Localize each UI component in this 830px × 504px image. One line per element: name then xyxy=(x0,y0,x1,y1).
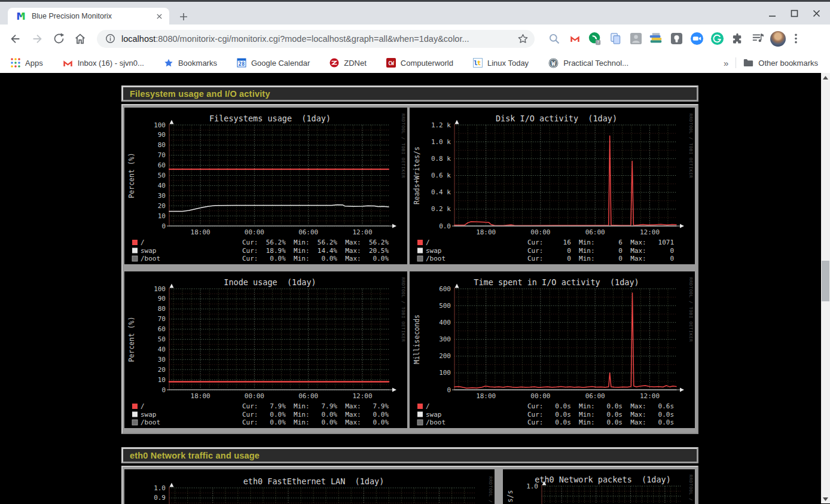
zoom-camera-icon[interactable] xyxy=(686,30,707,48)
note-icon[interactable] xyxy=(666,30,686,48)
zdnet-icon xyxy=(329,58,339,68)
avatar[interactable] xyxy=(768,30,788,48)
bookmark-star-icon[interactable] xyxy=(517,33,529,44)
svg-text:1.0 k: 1.0 k xyxy=(431,138,451,146)
bookmark-item[interactable]: Inbox (16) - sjvn0... xyxy=(63,59,144,68)
bookmark-item[interactable]: Bookmarks xyxy=(164,58,217,68)
svg-text:600: 600 xyxy=(439,285,451,293)
bookmarks-overflow-chevron[interactable]: » xyxy=(724,58,728,68)
scrollbar[interactable] xyxy=(821,73,830,503)
svg-text:/: / xyxy=(426,402,430,410)
extensions-puzzle-icon[interactable] xyxy=(727,30,747,48)
svg-text:00:00: 00:00 xyxy=(530,228,550,236)
svg-text:06:00: 06:00 xyxy=(298,392,318,400)
svg-text:swap: swap xyxy=(141,411,157,419)
folder-icon xyxy=(743,59,753,67)
svg-text:Disk I/O activity (1day): Disk I/O activity (1day) xyxy=(496,114,617,123)
svg-text:/: / xyxy=(141,402,145,410)
monitorix-page: Filesystem usage and I/O activity 010203… xyxy=(121,85,698,504)
person-icon[interactable] xyxy=(625,30,646,48)
svg-text:40: 40 xyxy=(158,346,166,353)
star-icon xyxy=(164,58,173,68)
svg-text:eth0 Network packets (1day): eth0 Network packets (1day) xyxy=(535,475,671,484)
svg-text:80: 80 xyxy=(158,141,166,149)
svg-text:30: 30 xyxy=(158,192,166,200)
home-button[interactable] xyxy=(71,30,89,48)
svg-text:Cur: 0.0s Min: 0.0s Max:: Cur: 0.0s Min: 0.0s Max: 0.6s xyxy=(527,402,674,410)
other-bookmarks-button[interactable]: Other bookmarks xyxy=(743,59,818,68)
voice-icon[interactable]: ? xyxy=(585,30,605,48)
monitorix-favicon-icon: M xyxy=(16,11,26,21)
svg-text:W: W xyxy=(551,59,556,67)
scroll-down-icon[interactable] xyxy=(821,494,830,503)
svg-text:Time spent in I/O activity (1: Time spent in I/O activity (1day) xyxy=(474,277,639,287)
bookmark-item[interactable]: ZDNet xyxy=(329,58,367,68)
svg-text:1.0: 1.0 xyxy=(154,484,166,492)
svg-text:30: 30 xyxy=(158,356,166,364)
playlist-icon[interactable] xyxy=(747,30,768,48)
svg-text:Cur: 16 Min: 6 Max:: Cur: 16 Min: 6 Max: 1071 xyxy=(527,239,674,246)
network-section-charts: 1.00.90.80.7eth0 FastEthernet LAN (1day)… xyxy=(121,466,698,504)
address-bar[interactable]: localhost:8080/monitorix-cgi/monitorix.c… xyxy=(97,30,535,48)
menu-kebab-icon[interactable] xyxy=(788,30,804,48)
svg-text:0.2 k: 0.2 k xyxy=(431,205,451,213)
svg-text:/boot: /boot xyxy=(141,255,160,262)
svg-text:/: / xyxy=(141,239,145,246)
bookmark-item[interactable]: CWComputerworld xyxy=(386,58,453,68)
bookmark-item[interactable]: WPractical Technol... xyxy=(548,58,628,68)
svg-text:80: 80 xyxy=(158,305,166,313)
tab-strip: M Blue Precision Monitorix xyxy=(0,0,830,25)
svg-text:40: 40 xyxy=(158,182,166,190)
browser-window: M Blue Precision Monitorix xyxy=(0,0,830,504)
svg-text:Cur: 0.0% Min: 0.0% Max:: Cur: 0.0% Min: 0.0% Max: 0.0% xyxy=(242,411,389,419)
svg-text:300: 300 xyxy=(439,335,451,343)
browser-toolbar: localhost:8080/monitorix-cgi/monitorix.c… xyxy=(0,25,830,53)
svg-text:Cur: 7.9% Min: 7.9% Max:: Cur: 7.9% Min: 7.9% Max: 7.9% xyxy=(242,402,389,410)
window-controls xyxy=(765,7,823,20)
grammarly-icon[interactable] xyxy=(707,30,727,48)
back-button[interactable] xyxy=(7,30,25,48)
svg-text:20: 20 xyxy=(158,202,166,210)
maximize-button[interactable] xyxy=(788,7,801,20)
inode-usage-chart: 010203040506070809010018:0000:0006:0012:… xyxy=(124,271,407,428)
wordpress-icon: W xyxy=(548,58,559,68)
reload-button[interactable] xyxy=(50,30,68,48)
svg-text:RRDTOOL / TOBI OETIKER: RRDTOOL / TOBI OETIKER xyxy=(488,476,493,504)
svg-text:swap: swap xyxy=(426,247,442,255)
svg-text:500: 500 xyxy=(439,302,451,310)
cw-icon: CW xyxy=(386,58,396,68)
browser-tab[interactable]: M Blue Precision Monitorix xyxy=(8,8,169,25)
svg-text:06:00: 06:00 xyxy=(298,228,318,236)
close-button[interactable] xyxy=(810,7,823,20)
forward-button[interactable] xyxy=(28,30,46,48)
svg-text:swap: swap xyxy=(141,247,157,255)
svg-text:0: 0 xyxy=(447,386,451,394)
scroll-thumb[interactable] xyxy=(822,261,829,301)
linuxtoday-icon: lt xyxy=(473,58,483,68)
tab-close-icon[interactable] xyxy=(154,11,164,22)
books-icon[interactable] xyxy=(646,30,666,48)
svg-text:0: 0 xyxy=(161,386,166,394)
bookmark-item[interactable]: Apps xyxy=(11,58,43,68)
new-tab-button[interactable] xyxy=(176,10,191,24)
svg-text:12:00: 12:00 xyxy=(352,392,372,400)
svg-text:swap: swap xyxy=(426,411,442,419)
svg-text:200: 200 xyxy=(439,352,451,360)
svg-text:18:00: 18:00 xyxy=(191,228,210,236)
gmail-icon[interactable] xyxy=(564,30,585,48)
scroll-up-icon[interactable] xyxy=(821,73,830,82)
svg-text:12:00: 12:00 xyxy=(352,228,372,236)
bookmark-item[interactable]: ltLinux Today xyxy=(473,58,529,68)
copy-icon[interactable] xyxy=(605,30,625,48)
site-info-icon[interactable] xyxy=(105,33,115,44)
minimize-button[interactable] xyxy=(765,7,779,20)
svg-text:RRDTOOL / TOBI OETIKER: RRDTOOL / TOBI OETIKER xyxy=(401,114,405,178)
svg-text:18:00: 18:00 xyxy=(191,392,210,400)
svg-text:0.4 k: 0.4 k xyxy=(431,188,451,196)
svg-text:Percent (%): Percent (%) xyxy=(127,316,136,362)
svg-text:60: 60 xyxy=(158,161,166,169)
search-icon[interactable] xyxy=(544,30,564,48)
bookmark-item[interactable]: 28Google Calendar xyxy=(237,58,310,68)
apps-icon xyxy=(11,58,20,68)
svg-text:Percent (%): Percent (%) xyxy=(127,152,136,198)
